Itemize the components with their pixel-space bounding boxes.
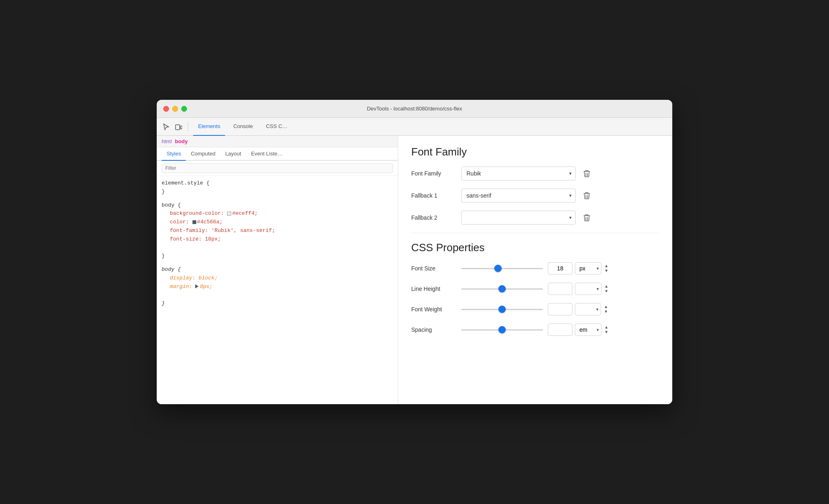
spacing-spinner[interactable]: ▲ ▼ [604, 325, 609, 335]
font-size-row: Font Size px em [411, 262, 659, 274]
close-button[interactable] [163, 106, 169, 112]
spacing-slider-thumb[interactable] [498, 326, 506, 333]
font-weight-input-group: 100 400 700 ▾ ▲ ▼ [548, 303, 608, 315]
font-family-title: Font Family [411, 146, 659, 158]
css-properties-title: CSS Properties [411, 241, 659, 254]
breadcrumb: html body [157, 136, 398, 147]
traffic-lights [163, 106, 187, 112]
font-family-select[interactable]: Rubik Arial Helvetica Georgia sans-serif [461, 166, 576, 180]
line-height-unit-wrapper: px em rem ▾ [575, 283, 601, 295]
tab-styles[interactable]: Styles [162, 147, 186, 161]
svg-rect-1 [180, 126, 182, 129]
fallback-2-select[interactable]: sans-serif serif monospace [461, 211, 576, 225]
fallback-1-select-wrapper: sans-serif serif monospace cursive ▾ [461, 189, 576, 202]
maximize-button[interactable] [181, 106, 187, 112]
svg-rect-0 [176, 125, 180, 130]
filter-bar [157, 161, 398, 176]
line-height-input[interactable] [548, 283, 572, 295]
spacing-decrement-button[interactable]: ▼ [604, 330, 609, 335]
css-properties-section: CSS Properties Font Size [411, 241, 659, 336]
spacing-slider[interactable] [461, 326, 543, 334]
color-swatch-eceff4 [227, 212, 231, 216]
font-size-increment-button[interactable]: ▲ [604, 263, 609, 268]
section-divider [411, 233, 659, 233]
line-height-label: Line Height [411, 286, 456, 292]
font-weight-spinner[interactable]: ▲ ▼ [604, 304, 608, 314]
font-weight-unit-select[interactable]: 100 400 700 [575, 303, 601, 315]
css-prop-bg-color[interactable]: background-color: #eceff4; [162, 209, 393, 218]
font-weight-label: Font Weight [411, 306, 456, 313]
fallback-1-row: Fallback 1 sans-serif serif monospace cu… [411, 189, 659, 202]
fallback-2-row: Fallback 2 sans-serif serif monospace ▾ [411, 211, 659, 225]
line-height-increment-button[interactable]: ▲ [604, 284, 609, 289]
spacing-label: Spacing [411, 326, 456, 333]
font-family-select-wrapper: Rubik Arial Helvetica Georgia sans-serif… [461, 166, 576, 180]
breadcrumb-body[interactable]: body [175, 138, 188, 144]
devtools-body: Elements Console CSS C… html body [157, 118, 672, 404]
font-size-slider-thumb[interactable] [494, 265, 502, 272]
font-weight-input[interactable] [548, 303, 572, 315]
css-prop-display[interactable]: display: block; [162, 274, 393, 283]
font-size-input[interactable] [548, 262, 572, 274]
font-size-input-group: px em rem % ▾ ▲ ▼ [548, 262, 609, 274]
tab-layout[interactable]: Layout [220, 147, 246, 161]
device-icon[interactable] [174, 122, 183, 131]
font-family-label: Font Family [411, 170, 456, 177]
spacing-unit-select[interactable]: em px rem [575, 324, 601, 336]
toolbar-divider [188, 122, 188, 132]
line-height-decrement-button[interactable]: ▼ [604, 289, 609, 294]
css-prop-margin[interactable]: margin: 8px; [162, 283, 393, 291]
fallback-1-select[interactable]: sans-serif serif monospace cursive [461, 189, 576, 202]
font-family-row: Font Family Rubik Arial Helvetica Georgi… [411, 166, 659, 180]
css-prop-font-size[interactable]: font-size: 18px; [162, 235, 393, 244]
css-rule-body-2: body { display: block; margin: 8px; } [162, 266, 393, 308]
fallback-1-label: Fallback 1 [411, 192, 456, 199]
right-panel: Font Family Font Family Rubik Arial Helv… [398, 136, 672, 404]
tab-elements[interactable]: Elements [193, 118, 225, 136]
font-family-section: Font Family Font Family Rubik Arial Helv… [411, 146, 659, 225]
line-height-input-group: px em rem ▾ ▲ ▼ [548, 283, 609, 295]
font-size-unit-select[interactable]: px em rem % [575, 262, 601, 274]
window-title: DevTools - localhost:8080/demo/css-flex [367, 106, 462, 112]
breadcrumb-html[interactable]: html [162, 138, 172, 144]
left-panel: html body Styles Computed Layout [157, 136, 398, 404]
line-height-spinner[interactable]: ▲ ▼ [604, 284, 609, 294]
font-weight-decrement-button[interactable]: ▼ [604, 309, 608, 314]
font-weight-unit-wrapper: 100 400 700 ▾ [575, 303, 601, 315]
font-weight-increment-button[interactable]: ▲ [604, 304, 608, 309]
font-size-slider[interactable] [461, 264, 543, 272]
font-weight-slider[interactable] [461, 305, 543, 313]
font-family-delete-button[interactable] [581, 167, 593, 180]
line-height-slider-thumb[interactable] [498, 285, 506, 292]
fallback-1-delete-button[interactable] [581, 189, 593, 202]
font-size-spinner[interactable]: ▲ ▼ [604, 263, 609, 273]
tab-console[interactable]: Console [228, 118, 258, 136]
css-prop-font-family[interactable]: font-family: 'Rubik', sans-serif; [162, 227, 393, 235]
fallback-2-label: Fallback 2 [411, 214, 456, 221]
styles-tabs: Styles Computed Layout Event Liste… [157, 147, 398, 161]
spacing-increment-button[interactable]: ▲ [604, 325, 609, 330]
title-bar: DevTools - localhost:8080/demo/css-flex [157, 100, 672, 118]
tab-event-listeners[interactable]: Event Liste… [246, 147, 287, 161]
devtools-window: DevTools - localhost:8080/demo/css-flex … [157, 100, 672, 404]
font-size-decrement-button[interactable]: ▼ [604, 268, 609, 273]
line-height-slider[interactable] [461, 285, 543, 293]
tab-computed[interactable]: Computed [186, 147, 220, 161]
line-height-unit-select[interactable]: px em rem [575, 283, 601, 295]
tab-css[interactable]: CSS C… [261, 118, 293, 136]
css-prop-color[interactable]: color: #4c566a; [162, 218, 393, 227]
css-rule-body-1: body { background-color: #eceff4; color:… [162, 201, 393, 261]
filter-input[interactable] [162, 163, 393, 173]
font-size-label: Font Size [411, 265, 456, 272]
spacing-input-group: em px rem ▾ ▲ ▼ [548, 324, 609, 336]
font-weight-row: Font Weight 100 [411, 303, 659, 315]
fallback-2-delete-button[interactable] [581, 212, 593, 224]
css-content: element.style { } body { background-colo… [157, 176, 398, 404]
devtools-main: html body Styles Computed Layout [157, 136, 672, 404]
font-size-unit-wrapper: px em rem % ▾ [575, 262, 601, 274]
cursor-icon[interactable] [162, 122, 171, 131]
minimize-button[interactable] [172, 106, 178, 112]
spacing-input[interactable] [548, 324, 572, 336]
css-selector-body-2: body { [162, 266, 181, 272]
font-weight-slider-thumb[interactable] [498, 306, 506, 313]
